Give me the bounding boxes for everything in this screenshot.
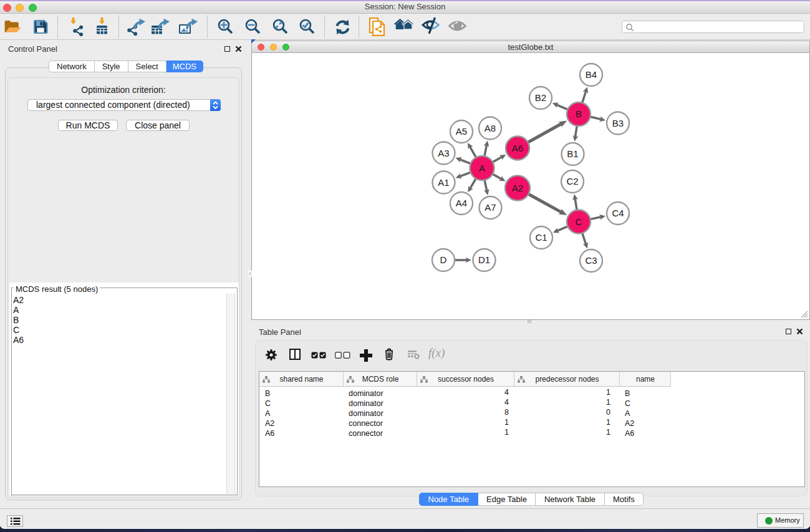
svg-text:B4: B4: [586, 69, 597, 80]
svg-text:D1: D1: [478, 254, 490, 265]
svg-text:C: C: [576, 216, 582, 227]
svg-text:B2: B2: [535, 92, 546, 103]
svg-text:A2: A2: [512, 183, 523, 193]
svg-text:A7: A7: [485, 202, 496, 213]
svg-text:A1: A1: [438, 177, 449, 188]
svg-text:B1: B1: [567, 148, 578, 159]
svg-text:A4: A4: [456, 198, 467, 208]
svg-text:A3: A3: [438, 148, 449, 158]
svg-text:A8: A8: [485, 123, 496, 133]
svg-text:C4: C4: [612, 208, 624, 218]
svg-text:C3: C3: [585, 255, 597, 266]
svg-text:B: B: [576, 109, 582, 119]
svg-text:A6: A6: [512, 143, 523, 153]
svg-text:A: A: [479, 163, 485, 173]
svg-text:A5: A5: [456, 126, 467, 137]
svg-text:D: D: [440, 254, 447, 265]
svg-text:C2: C2: [566, 176, 578, 186]
svg-text:B3: B3: [612, 118, 624, 128]
svg-text:C1: C1: [535, 232, 547, 243]
